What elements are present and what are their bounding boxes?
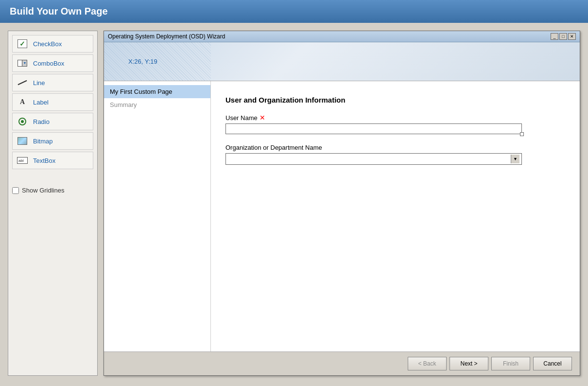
main-content: CheckBox ComboBox Line A Label Radio <box>0 23 588 384</box>
toolbox-item-textbox[interactable]: abl TextBox <box>12 152 93 169</box>
show-gridlines-checkbox[interactable] <box>12 187 19 194</box>
org-dept-combo[interactable]: ▼ <box>225 153 522 165</box>
nav-item-custom-page-label: My First Custom Page <box>110 88 173 95</box>
org-dept-label: Organization or Department Name <box>225 144 565 151</box>
back-button[interactable]: < Back <box>408 357 447 370</box>
titlebar-controls: _ □ ✕ <box>551 33 576 40</box>
toolbox-item-bitmap[interactable]: Bitmap <box>12 132 93 150</box>
wizard-banner: X:26, Y:19 <box>104 42 580 81</box>
user-name-input-wrapper <box>225 123 522 134</box>
banner-pattern <box>104 42 211 81</box>
combobox-icon <box>17 57 28 69</box>
toolbox-item-line[interactable]: Line <box>12 74 93 91</box>
wizard-titlebar: Operating System Deployment (OSD) Wizard… <box>104 31 580 42</box>
required-marker-username: ✕ <box>259 114 265 122</box>
minimize-button[interactable]: _ <box>551 33 558 40</box>
page-header: Build Your Own Page <box>0 0 588 23</box>
wizard-top-area: My First Custom Page Summary User and Or… <box>104 81 580 351</box>
nav-item-summary[interactable]: Summary <box>104 98 210 111</box>
toolbox-panel: CheckBox ComboBox Line A Label Radio <box>8 31 98 376</box>
show-gridlines-container: Show Gridlines <box>12 187 93 194</box>
finish-button[interactable]: Finish <box>491 357 530 370</box>
wizard-form: User and Organization Information User N… <box>225 91 565 342</box>
toolbox-item-combobox[interactable]: ComboBox <box>12 54 93 72</box>
user-name-input[interactable] <box>225 123 522 134</box>
wizard-window: Operating System Deployment (OSD) Wizard… <box>104 31 580 376</box>
close-button[interactable]: ✕ <box>568 33 576 40</box>
toolbox-label-line: Line <box>33 79 45 87</box>
radio-icon <box>17 116 28 127</box>
user-name-resize-handle[interactable] <box>520 132 524 136</box>
toolbox-item-checkbox[interactable]: CheckBox <box>12 35 93 53</box>
toolbox-label-bitmap: Bitmap <box>33 138 52 145</box>
cancel-button[interactable]: Cancel <box>533 357 572 370</box>
wizard-main: User and Organization Information User N… <box>211 81 580 351</box>
form-section-title: User and Organization Information <box>225 96 565 104</box>
nav-item-summary-label: Summary <box>110 101 137 108</box>
toolbox-label-label: Label <box>33 99 49 106</box>
label-icon: A <box>17 96 28 108</box>
nav-item-custom-page[interactable]: My First Custom Page <box>104 85 210 98</box>
toolbox-divider <box>12 171 93 177</box>
bitmap-icon <box>17 135 28 147</box>
user-name-label: User Name ✕ <box>225 114 565 122</box>
textbox-icon: abl <box>17 155 28 166</box>
wizard-footer: < Back Next > Finish Cancel <box>104 351 580 375</box>
show-gridlines-label: Show Gridlines <box>22 187 64 194</box>
next-button[interactable]: Next > <box>450 357 488 370</box>
maximize-button[interactable]: □ <box>559 33 567 40</box>
org-dept-field: Organization or Department Name ▼ <box>225 144 565 165</box>
wizard-nav: My First Custom Page Summary <box>104 81 211 351</box>
toolbox-item-label[interactable]: A Label <box>12 93 93 111</box>
toolbox-label-checkbox: CheckBox <box>33 40 62 48</box>
combo-arrow-icon[interactable]: ▼ <box>511 155 519 163</box>
toolbox-label-radio: Radio <box>33 118 50 125</box>
toolbox-label-textbox: TextBox <box>33 157 55 164</box>
toolbox-item-radio[interactable]: Radio <box>12 113 93 130</box>
wizard-coords: X:26, Y:19 <box>128 58 157 65</box>
toolbox-label-combobox: ComboBox <box>33 60 64 67</box>
line-icon <box>17 77 28 88</box>
wizard-title: Operating System Deployment (OSD) Wizard <box>108 33 225 40</box>
page-title: Build Your Own Page <box>10 6 108 17</box>
user-name-field: User Name ✕ <box>225 114 565 134</box>
checkbox-icon <box>17 38 28 50</box>
